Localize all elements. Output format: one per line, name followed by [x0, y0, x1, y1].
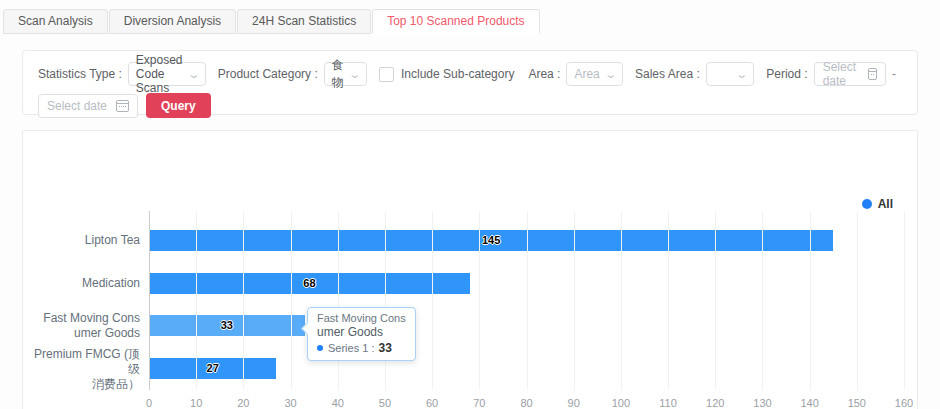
gridline [668, 211, 669, 390]
tab-24h-scan-statistics[interactable]: 24H Scan Statistics [237, 9, 371, 34]
tab-scan-analysis[interactable]: Scan Analysis [3, 9, 108, 34]
filter-panel: Statistics Type : Exposed Code Scans ⌄ P… [22, 50, 918, 115]
statistics-type-value: Exposed Code Scans [136, 53, 183, 95]
tooltip-series-value: 33 [378, 341, 391, 355]
chart-tooltip: Fast Moving Cons umer Goods Series 1 : 3… [307, 307, 416, 361]
gridline [338, 211, 339, 390]
category-label-0: Lipton Tea [28, 233, 140, 248]
sales-area-select[interactable]: ⌄ [706, 62, 755, 86]
product-category-label: Product Category : [218, 67, 318, 81]
filter-row-1: Statistics Type : Exposed Code Scans ⌄ P… [38, 62, 902, 86]
gridline [385, 211, 386, 390]
product-category-value: 食物 [332, 57, 344, 91]
gridline [574, 211, 575, 390]
sales-area-label: Sales Area : [635, 67, 700, 81]
x-axis-tick-label: 150 [848, 397, 866, 409]
x-axis-tick-label: 20 [237, 397, 249, 409]
query-button[interactable]: Query [146, 93, 211, 118]
category-label-3: Premium FMCG (顶级消费品） [28, 346, 140, 391]
x-axis-tick-label: 60 [426, 397, 438, 409]
period-label: Period : [766, 67, 807, 81]
x-axis-tick-label: 90 [568, 397, 580, 409]
tab-top10-scanned-products[interactable]: Top 10 Scanned Products [372, 9, 539, 34]
tooltip-title-line2: umer Goods [317, 325, 406, 340]
gridline [904, 211, 905, 390]
product-category-select[interactable]: 食物 ⌄ [324, 62, 367, 86]
x-axis-tick-label: 80 [520, 397, 532, 409]
gridline [291, 211, 292, 390]
calendar-icon [868, 68, 877, 80]
period-end-placeholder: Select date [47, 99, 107, 113]
gridline [527, 211, 528, 390]
bar-2[interactable]: 33 [149, 315, 305, 336]
gridline [857, 211, 858, 390]
gridline [432, 211, 433, 390]
chevron-down-icon: ⌄ [348, 69, 361, 79]
bar-value-label: 27 [149, 358, 276, 379]
area-select[interactable]: Area ⌄ [566, 62, 623, 86]
category-label-2: Fast Moving Consumer Goods [28, 311, 140, 341]
chevron-down-icon: ⌄ [735, 69, 748, 79]
x-axis-tick-label: 120 [706, 397, 724, 409]
x-axis-tick-label: 140 [800, 397, 818, 409]
period-end-input[interactable]: Select date [38, 94, 138, 118]
x-axis-tick-label: 70 [473, 397, 485, 409]
area-label: Area : [528, 67, 560, 81]
gridline [715, 211, 716, 390]
period-start-input[interactable]: Select date [814, 62, 886, 86]
gridline [621, 211, 622, 390]
include-subcategory-label: Include Sub-category [401, 67, 514, 81]
tooltip-title-line1: Fast Moving Cons [317, 312, 406, 325]
statistics-type-label: Statistics Type : [38, 67, 122, 81]
series-marker-icon [317, 345, 323, 351]
chevron-down-icon: ⌄ [604, 69, 617, 79]
y-axis-line [149, 211, 150, 390]
period-range-separator: - [892, 67, 896, 81]
gridline [243, 211, 244, 390]
tab-diversion-analysis[interactable]: Diversion Analysis [109, 9, 236, 34]
bar-value-label: 33 [149, 315, 305, 336]
area-placeholder: Area [574, 67, 599, 81]
legend-item-all[interactable]: All [862, 197, 893, 211]
x-axis-tick-label: 10 [190, 397, 202, 409]
filter-row-2: Select date Query [38, 93, 902, 118]
calendar-icon [116, 100, 129, 112]
legend-dot-icon [862, 199, 872, 209]
x-axis-tick-label: 50 [379, 397, 391, 409]
tooltip-series-row: Series 1 : 33 [317, 341, 406, 355]
x-axis-tick-label: 160 [895, 397, 913, 409]
gridline [196, 211, 197, 390]
gridline [762, 211, 763, 390]
bar-value-label: 145 [149, 230, 833, 251]
x-axis-tick-label: 130 [753, 397, 771, 409]
legend-label: All [878, 197, 893, 211]
chart-panel: All 145Lipton Tea68Medication33Fast Movi… [22, 130, 918, 409]
x-axis-tick-label: 110 [659, 397, 677, 409]
tab-bar: Scan Analysis Diversion Analysis 24H Sca… [3, 9, 541, 34]
category-label-1: Medication [28, 276, 140, 291]
x-axis-tick-label: 0 [146, 397, 152, 409]
x-axis-tick-label: 100 [612, 397, 630, 409]
include-subcategory-checkbox[interactable] [379, 67, 394, 82]
period-start-placeholder: Select date [823, 60, 860, 88]
bar-0[interactable]: 145 [149, 230, 833, 251]
gridline [479, 211, 480, 390]
x-axis-tick-label: 40 [332, 397, 344, 409]
bar-3[interactable]: 27 [149, 358, 276, 379]
gridline [810, 211, 811, 390]
statistics-type-select[interactable]: Exposed Code Scans ⌄ [128, 62, 206, 86]
chevron-down-icon: ⌄ [187, 69, 200, 79]
plot-area: 145Lipton Tea68Medication33Fast Moving C… [149, 211, 904, 390]
tooltip-series-label: Series 1 : [328, 342, 374, 354]
x-axis-tick-label: 30 [284, 397, 296, 409]
